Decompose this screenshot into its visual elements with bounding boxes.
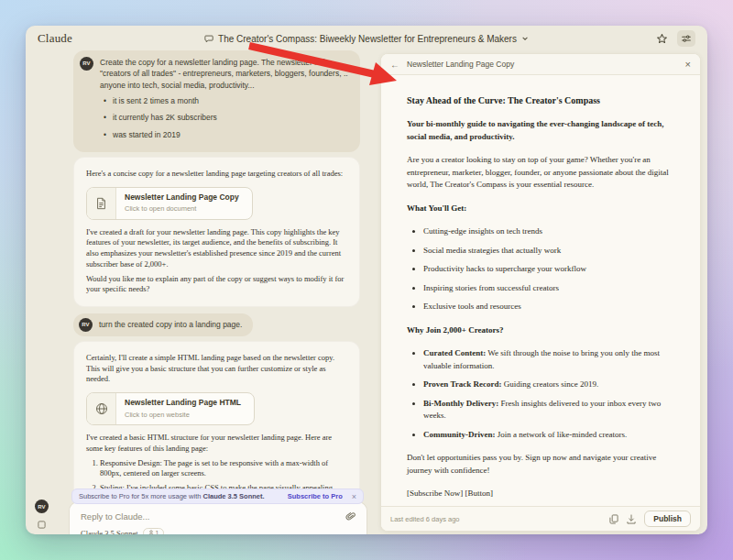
- pro-upsell-banner: Subscribe to Pro for 5x more usage with …: [71, 489, 364, 504]
- download-button[interactable]: [627, 514, 636, 524]
- user-message-2: RV turn the created copy into a landing …: [73, 313, 253, 336]
- chevron-down-icon: [521, 35, 529, 42]
- document-content: Stay Ahead of the Curve: The Creator's C…: [381, 75, 700, 506]
- doc-bullet: Bi-Monthly Delivery: Fresh insights deli…: [423, 398, 672, 423]
- paperclip-icon: [345, 511, 356, 522]
- doc-bullet: Inspiring stories from successful creato…: [423, 282, 672, 295]
- doc-button-placeholder: [Subscribe Now] [Button]: [407, 488, 672, 500]
- document-icon: [95, 197, 107, 210]
- assistant-1-p1: I've created a draft for your newsletter…: [86, 227, 347, 270]
- last-edited-label: Last edited 6 days ago: [390, 515, 459, 523]
- banner-text: Subscribe to Pro for 5x more usage with …: [79, 492, 265, 500]
- user-avatar: RV: [79, 318, 93, 332]
- download-icon: [627, 514, 636, 524]
- chat-bubble-icon: [204, 34, 213, 43]
- artifact-card-html[interactable]: Newsletter Landing Page HTML Click to op…: [86, 392, 255, 425]
- artifact-panel-header: ← Newsletter Landing Page Copy ×: [381, 54, 700, 75]
- doc-bullet: Curated Content: We sift through the noi…: [423, 347, 672, 372]
- reply-input[interactable]: Reply to Claude...: [81, 511, 343, 522]
- chat-title: The Creator's Compass: Biweekly Newslett…: [218, 34, 517, 44]
- doc-bullet: Social media strategies that actually wo…: [423, 245, 672, 258]
- sidebar-toggle-icon[interactable]: [38, 521, 46, 529]
- user-bullet: was started in 2019: [104, 129, 351, 140]
- banner-close-icon[interactable]: ×: [352, 492, 356, 501]
- publish-button[interactable]: Publish: [644, 511, 691, 527]
- sliders-icon: [681, 33, 692, 44]
- doc-bullet: Community-Driven: Join a network of like…: [423, 429, 672, 442]
- star-icon: [656, 33, 668, 45]
- chat-thread: RV Create the copy for a newsletter land…: [73, 50, 360, 534]
- doc-bullet: Exclusive tools and resources: [423, 301, 672, 313]
- assistant-2-p1: I've created a basic HTML structure for …: [86, 433, 347, 454]
- user-message-1-text: Create the copy for a newsletter landing…: [100, 58, 348, 90]
- attach-button[interactable]: [343, 509, 357, 523]
- artifact-title: Newsletter Landing Page Copy: [125, 192, 239, 203]
- user-avatar: RV: [80, 57, 93, 71]
- person-icon: [148, 530, 154, 534]
- doc-benefits-list: Cutting-edge insights on tech trends Soc…: [412, 225, 672, 313]
- artifact-panel-title: Newsletter Landing Page Copy: [407, 60, 514, 69]
- copy-icon: [609, 514, 618, 524]
- collaborator-badge[interactable]: 1: [143, 528, 165, 534]
- globe-icon: [95, 402, 108, 415]
- artifact-panel: ← Newsletter Landing Page Copy × Stay Ah…: [380, 53, 701, 532]
- user-message-1-bullets: it is sent 2 times a month it currently …: [100, 95, 351, 140]
- doc-bullet: Productivity hacks to supercharge your w…: [423, 263, 672, 276]
- claude-app-window: Claude The Creator's Compass: Biweekly N…: [26, 26, 707, 534]
- user-message-2-text: turn the created copy into a landing pag…: [99, 319, 242, 330]
- artifact-card-copy[interactable]: Newsletter Landing Page Copy Click to op…: [86, 187, 253, 220]
- doc-cta-paragraph: Don't let opportunities pass you by. Sig…: [407, 452, 672, 477]
- doc-reasons-list: Curated Content: We sift through the noi…: [412, 347, 672, 441]
- subscribe-to-pro-link[interactable]: Subscribe to Pro: [288, 492, 343, 500]
- user-bullet: it is sent 2 times a month: [104, 95, 351, 106]
- doc-lede: Your bi-monthly guide to navigating the …: [407, 118, 672, 143]
- claude-logo: Claude: [38, 31, 72, 46]
- account-avatar[interactable]: RV: [35, 500, 49, 513]
- assistant-1-p2: Would you like me to explain any part of…: [86, 274, 347, 295]
- doc-section-title: What You'll Get:: [407, 203, 672, 215]
- feature-item: Responsive Design: The page is set to be…: [100, 458, 347, 479]
- panel-close-icon[interactable]: ×: [685, 59, 691, 70]
- user-message-1: RV Create the copy for a newsletter land…: [73, 50, 360, 152]
- assistant-message-1: Here's a concise copy for a newsletter l…: [73, 157, 360, 307]
- artifact-subtitle: Click to open document: [125, 204, 239, 214]
- app-header: Claude The Creator's Compass: Biweekly N…: [26, 26, 707, 51]
- model-selector[interactable]: Claude 3.5 Sonnet: [81, 529, 138, 535]
- assistant-2-intro: Certainly, I'll create a simple HTML lan…: [86, 353, 347, 385]
- star-button[interactable]: [652, 30, 671, 47]
- doc-bullet: Cutting-edge insights on tech trends: [423, 225, 672, 238]
- artifact-panel-footer: Last edited 6 days ago Publish: [381, 506, 700, 531]
- assistant-1-intro: Here's a concise copy for a newsletter l…: [86, 169, 347, 180]
- artifact-title: Newsletter Landing Page HTML: [125, 398, 241, 409]
- user-bullet: it currently has 2K subscribers: [104, 112, 351, 123]
- copy-button[interactable]: [609, 514, 618, 524]
- message-composer[interactable]: Reply to Claude... Claude 3.5 Sonnet 1: [69, 501, 367, 534]
- chat-title-menu[interactable]: The Creator's Compass: Biweekly Newslett…: [204, 26, 529, 51]
- back-arrow-icon[interactable]: ←: [390, 60, 399, 70]
- settings-button[interactable]: [677, 30, 695, 47]
- doc-heading: Stay Ahead of the Curve: The Creator's C…: [407, 93, 672, 107]
- doc-bullet: Proven Track Record: Guiding creators si…: [423, 379, 672, 391]
- doc-section-title: Why Join 2,000+ Creators?: [407, 324, 672, 337]
- doc-intro: Are you a creator looking to stay on top…: [407, 154, 672, 192]
- artifact-subtitle: Click to open website: [125, 411, 241, 420]
